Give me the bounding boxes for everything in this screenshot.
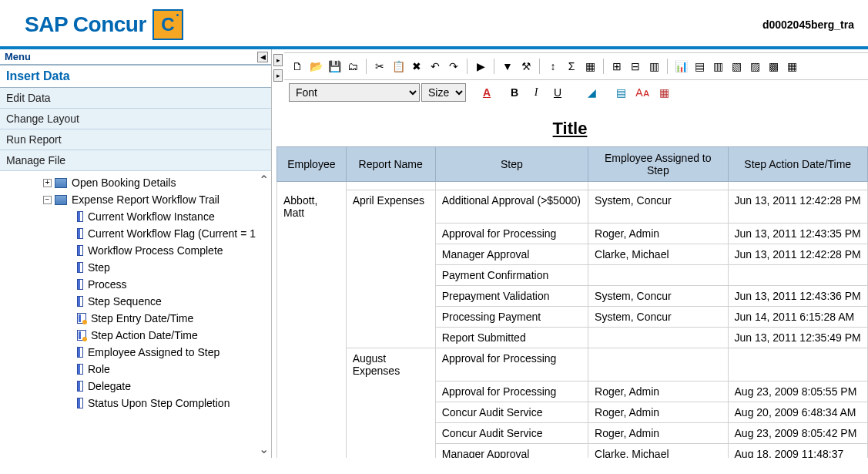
tree-field[interactable]: Current Workflow Flag (Current = 1 [0,225,271,242]
tree-field[interactable]: Step Entry Date/Time [0,310,271,327]
scroll-down-icon[interactable]: ⌄ [259,442,269,456]
cut-button[interactable]: ✂ [371,58,388,75]
align-button[interactable]: ▤ [611,83,631,102]
table-row[interactable]: Concur Audit ServiceRoger, AdminAug 20, … [277,402,868,423]
menu-collapse-button[interactable]: ◀ [257,52,268,62]
italic-button[interactable]: I [526,83,546,102]
table-cell [277,328,347,348]
column-header[interactable]: Report Name [346,147,435,182]
tree-field[interactable]: Employee Assigned to Step [0,344,271,361]
run-button[interactable]: ▶ [472,58,489,75]
tree-field[interactable]: Current Workflow Instance [0,208,271,225]
tree-field[interactable]: Delegate [0,378,271,395]
delete-button[interactable]: ✖ [408,58,425,75]
table-cell: Abbott, Matt [277,190,347,224]
column-header[interactable]: Employee Assigned to Step [588,147,728,182]
table-row[interactable]: Abbott, MattApril ExpensesAdditional App… [277,190,868,224]
tree-node-open-booking[interactable]: + Open Booking Details [0,174,271,191]
table-cell: Jun 14, 2011 6:15:28 AM [728,307,867,328]
column-header[interactable]: Step [435,147,588,182]
save-all-button[interactable]: 🗂 [344,58,361,75]
open-button[interactable]: 📂 [307,58,324,75]
list-button[interactable]: ▥ [709,58,726,75]
bold-button[interactable]: B [504,83,524,102]
tree-field-label: Workflow Process Complete [88,244,223,257]
crosstab-button[interactable]: ▤ [691,58,708,75]
table-row[interactable]: Concur Audit ServiceRoger, AdminAug 23, … [277,423,868,444]
menu-item-change-layout[interactable]: Change Layout [0,109,271,129]
report-title[interactable]: Title [553,119,588,138]
undo-button[interactable]: ↶ [427,58,444,75]
field-icon [77,211,83,222]
table-row[interactable] [277,182,868,190]
edge-toggle-1[interactable]: ▸ [273,54,283,66]
column-header[interactable]: Employee [277,147,347,182]
tree-field[interactable]: Step Sequence [0,293,271,310]
redo-button[interactable]: ↷ [445,58,462,75]
ungroup-button[interactable]: ⊟ [627,58,644,75]
fill-color-button[interactable]: ◢ [581,83,602,102]
menu-item-manage-file[interactable]: Manage File [0,150,271,171]
params-button[interactable]: ⚒ [518,58,535,75]
borders-button[interactable]: ▦ [654,83,674,102]
group-button[interactable]: ⊞ [608,58,625,75]
table-cell: Aug 23, 2009 8:05:55 PM [728,382,867,402]
table-row[interactable]: Approval for ProcessingRoger, AdminAug 2… [277,382,868,402]
table-row[interactable]: Approval for ProcessingRoger, AdminJun 1… [277,224,868,244]
table-row[interactable]: Report SubmittedJun 13, 2011 12:35:49 PM [277,328,868,348]
date-field-icon [77,313,86,324]
main-toolbar: 🗋📂💾🗂✂📋✖↶↷▶▼⚒↕Σ▦⊞⊟▥📊▤▥▧▨▩▦ [284,52,868,80]
field-icon [77,279,83,290]
table-cell [728,182,867,190]
table-row[interactable]: Processing PaymentSystem, ConcurJun 14, … [277,307,868,328]
tree-node-workflow-trail[interactable]: − Expense Report Workflow Trail [0,191,271,208]
save-button[interactable]: 💾 [326,58,343,75]
calc-button[interactable]: ▦ [783,58,800,75]
sort-button[interactable]: ↕ [545,58,561,75]
size-select[interactable]: Size [421,83,466,102]
menu-item-run-report[interactable]: Run Report [0,129,271,150]
expander-icon[interactable]: + [43,179,52,187]
table-cell: Concur Audit Service [435,423,588,444]
edge-toggle-2[interactable]: ▸ [273,69,283,82]
tree-field[interactable]: Status Upon Step Completion [0,395,271,412]
filter-button[interactable]: ▼ [499,58,516,75]
table-cell [277,307,347,328]
menu-item-edit-data[interactable]: Edit Data [0,88,271,109]
table-cell: Jun 13, 2011 12:43:36 PM [728,286,867,307]
tree-field[interactable]: Workflow Process Complete [0,242,271,259]
tree-field[interactable]: Step [0,259,271,276]
table-cell [346,244,435,265]
excel-button[interactable]: ▦ [581,58,598,75]
menu-item-insert-data[interactable]: Insert Data [0,65,271,88]
underline-button[interactable]: U [548,83,568,102]
table-row[interactable]: August ExpensesApproval for Processing [277,348,868,382]
tree-field[interactable]: Step Action Date/Time [0,327,271,344]
format-painter-button[interactable]: Aᴀ [632,83,652,102]
tree-field[interactable]: Process [0,276,271,293]
table-row[interactable]: Manager ApprovalClarke, MichaelAug 18, 2… [277,444,868,459]
font-select[interactable]: Font [289,83,420,102]
table-cell: Roger, Admin [588,382,728,402]
table-cell [588,348,728,382]
table-row[interactable]: Payment Confirmation [277,265,868,286]
table-button[interactable]: ▩ [765,58,782,75]
toolbar-separator [603,59,604,74]
table-cell: Processing Payment [435,307,588,328]
table-cell [277,244,347,265]
chart-button[interactable]: 📊 [672,58,689,75]
sum-button[interactable]: Σ [563,58,580,75]
page-button[interactable]: ▨ [746,58,763,75]
font-color-button[interactable]: A [477,83,497,102]
tree-scrollbar[interactable]: ⌃ ⌄ [257,171,270,458]
pivot-button[interactable]: ▥ [645,58,662,75]
scroll-up-icon[interactable]: ⌃ [259,173,269,187]
tree-field[interactable]: Role [0,361,271,378]
expander-icon[interactable]: − [43,196,52,204]
table-row[interactable]: Manager ApprovalClarke, MichaelJun 13, 2… [277,244,868,265]
new-button[interactable]: 🗋 [289,58,306,75]
section-button[interactable]: ▧ [728,58,745,75]
copy-button[interactable]: 📋 [390,58,407,75]
table-row[interactable]: Prepayment ValidationSystem, ConcurJun 1… [277,286,868,307]
column-header[interactable]: Step Action Date/Time [728,147,867,182]
